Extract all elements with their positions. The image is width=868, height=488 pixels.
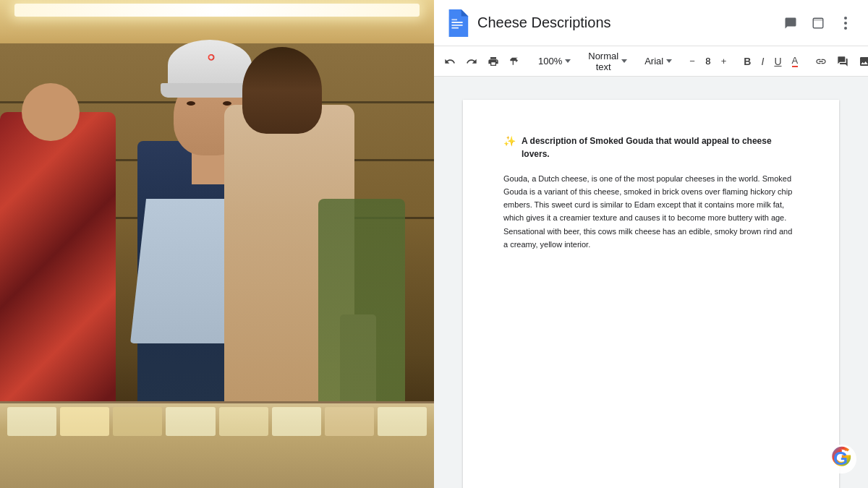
cheese-display-case — [0, 401, 434, 488]
video-panel: ⭕ — [0, 0, 434, 488]
ai-prompt-icon: ✨ — [503, 135, 516, 147]
svg-point-4 — [844, 27, 847, 30]
cheese-item — [7, 407, 56, 436]
title-bar: Cheese Descriptions — [434, 0, 868, 46]
person-background — [318, 199, 405, 416]
text-color-icon: A — [792, 55, 799, 67]
cheese-item — [325, 407, 374, 436]
svg-rect-1 — [813, 18, 823, 21]
style-dropdown[interactable]: Normal text — [584, 51, 631, 72]
cheese-item — [272, 407, 321, 436]
window-icon-button[interactable] — [807, 12, 829, 34]
cheese-items — [7, 407, 427, 443]
cheese-item — [113, 407, 162, 436]
cheese-item — [60, 407, 109, 436]
cheese-item — [166, 407, 215, 436]
increase-font-button[interactable]: + — [717, 51, 731, 72]
svg-point-2 — [844, 17, 847, 20]
video-scene: ⭕ — [0, 0, 434, 488]
document-page: ✨ A description of Smoked Gouda that wou… — [463, 100, 839, 488]
print-button[interactable] — [483, 51, 503, 72]
undo-button[interactable] — [440, 51, 460, 72]
cheese-item — [219, 407, 268, 436]
zoom-value: 100% — [538, 56, 562, 67]
font-label: Arial — [644, 56, 663, 67]
zoom-dropdown[interactable]: 100% — [534, 51, 575, 72]
more-options-icon — [844, 17, 847, 30]
zoom-chevron-icon — [565, 59, 571, 63]
document-area[interactable]: ✨ A description of Smoked Gouda that wou… — [434, 77, 868, 488]
toolbar: 100% Normal text Arial − 8 + B — [434, 46, 868, 77]
more-options-button[interactable] — [835, 12, 856, 34]
font-size-display: 8 — [701, 56, 715, 67]
chat-icon-button[interactable] — [780, 12, 801, 34]
paint-format-icon — [509, 56, 521, 67]
link-icon — [815, 56, 827, 67]
comment-icon — [837, 56, 848, 67]
cap-logo: ⭕ — [186, 54, 237, 61]
image-icon — [859, 56, 868, 67]
image-button[interactable] — [854, 51, 868, 72]
title-actions — [780, 12, 856, 34]
bold-icon: B — [744, 56, 751, 67]
person-left-head — [22, 83, 80, 141]
underline-button[interactable]: U — [770, 51, 786, 72]
style-label: Normal text — [588, 51, 618, 72]
prompt-line: ✨ A description of Smoked Gouda that wou… — [503, 134, 799, 160]
font-dropdown[interactable]: Arial — [640, 51, 676, 72]
window-icon — [812, 17, 825, 30]
eye-left — [187, 101, 195, 106]
increase-font-icon: + — [721, 56, 727, 67]
paint-format-button[interactable] — [505, 51, 525, 72]
text-color-button[interactable]: A — [788, 51, 803, 72]
docs-panel: Cheese Descriptions — [434, 0, 868, 488]
undo-icon — [444, 56, 456, 67]
link-button[interactable] — [811, 51, 831, 72]
italic-icon: I — [761, 56, 764, 67]
style-chevron-icon — [621, 59, 627, 63]
font-chevron-icon — [666, 59, 672, 63]
comment-button[interactable] — [833, 51, 853, 72]
svg-point-3 — [844, 22, 847, 25]
document-title[interactable]: Cheese Descriptions — [477, 14, 771, 31]
person-center-hair — [242, 47, 322, 134]
decrease-font-icon: − — [689, 56, 695, 67]
google-logo: G G — [827, 445, 856, 474]
docs-icon — [446, 9, 469, 37]
italic-button[interactable]: I — [757, 51, 768, 72]
redo-button[interactable] — [461, 51, 482, 72]
svg-text:G: G — [833, 448, 848, 469]
document-body[interactable]: Gouda, a Dutch cheese, is one of the mos… — [503, 172, 799, 251]
bold-button[interactable]: B — [739, 51, 755, 72]
light-strip — [14, 4, 420, 17]
redo-icon — [466, 56, 477, 67]
chat-icon — [784, 17, 797, 30]
print-icon — [488, 56, 499, 67]
prompt-text: A description of Smoked Gouda that would… — [522, 134, 799, 160]
cheese-item — [378, 407, 427, 436]
decrease-font-button[interactable]: − — [685, 51, 699, 72]
underline-icon: U — [774, 56, 781, 67]
google-logo-container: G G — [827, 445, 856, 476]
